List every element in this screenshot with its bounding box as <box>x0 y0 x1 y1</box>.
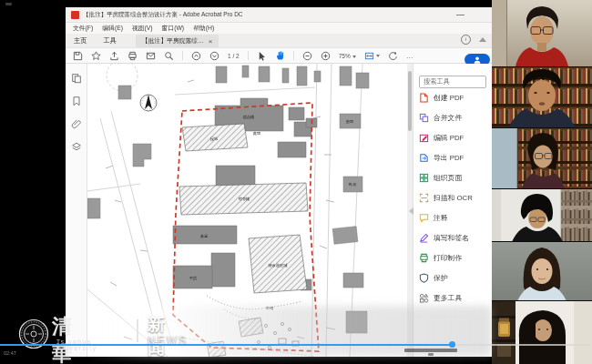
menu-edit[interactable]: 编辑(E) <box>102 24 123 33</box>
layers-icon[interactable] <box>71 141 82 152</box>
map-label: 庭院 <box>253 131 261 136</box>
player-progress-handle[interactable] <box>449 341 455 348</box>
more-tools-icon[interactable]: … <box>406 52 414 60</box>
collapse-up-icon[interactable] <box>479 37 486 42</box>
print-production-icon <box>419 253 429 263</box>
tab-close-icon[interactable]: × <box>209 37 213 46</box>
export-pdf-icon <box>419 153 429 163</box>
minimize-button[interactable]: — <box>456 11 464 19</box>
tool-export-pdf[interactable]: 导出 PDF <box>419 148 486 168</box>
menu-file[interactable]: 文件(F) <box>73 24 93 33</box>
edit-pdf-icon <box>419 133 429 143</box>
player-progress-remaining[interactable] <box>456 344 590 346</box>
menu-view[interactable]: 视图(V) <box>132 24 153 33</box>
tool-protect[interactable]: 保护 <box>419 268 486 288</box>
menu-bar: 文件(F) 编辑(E) 视图(V) 窗口(W) 帮助(H) <box>66 23 492 34</box>
share-icon[interactable] <box>109 51 119 61</box>
create-pdf-icon <box>419 93 429 103</box>
participant-video-5[interactable] <box>492 241 592 300</box>
rotate-icon[interactable] <box>388 51 398 61</box>
zoom-level-dropdown[interactable]: 75% <box>339 53 356 59</box>
search-tools-input[interactable] <box>419 76 486 88</box>
organize-pages-icon <box>419 173 429 183</box>
chevron-down-icon <box>352 56 356 58</box>
player-timestamp: 02:47 <box>4 350 16 356</box>
north-arrow <box>140 95 157 111</box>
tab-document-label: 【批注】平房院落综… <box>142 36 204 46</box>
tool-fill-sign[interactable]: 填写和签名 <box>419 228 486 248</box>
shield-icon <box>419 273 429 283</box>
video-frame: 【批注】平房院落综合整治设计方案 - Adobe Acrobat Pro DC … <box>0 0 592 364</box>
map-label: 杂院 <box>346 119 354 124</box>
participant-video-1[interactable] <box>492 0 592 66</box>
panel-collapse-icon[interactable] <box>409 207 413 215</box>
participant-video-2[interactable] <box>492 66 592 127</box>
chevron-down-icon <box>376 55 380 57</box>
player-top-mark <box>5 3 12 5</box>
watermark-divider <box>137 319 138 342</box>
map-label: 绿地 <box>210 136 219 141</box>
tool-edit-pdf[interactable]: 编辑 PDF <box>419 128 486 148</box>
star-icon[interactable] <box>91 51 101 61</box>
player-progress-played[interactable] <box>0 344 453 346</box>
zoom-out-icon[interactable] <box>302 51 312 61</box>
fill-sign-icon <box>419 233 429 243</box>
pdf-app-window: 【批注】平房院落综合整治设计方案 - Adobe Acrobat Pro DC … <box>66 7 492 357</box>
hand-tool-icon[interactable] <box>275 50 285 61</box>
map-label: 宿舍楼 <box>239 197 250 201</box>
comment-icon <box>419 213 429 223</box>
map-label: 综合楼 <box>243 115 255 119</box>
more-tools-icon <box>419 293 429 303</box>
scrollbar-thumb[interactable] <box>408 71 412 131</box>
combine-files-icon <box>419 113 429 123</box>
save-icon[interactable] <box>73 51 83 61</box>
menu-help[interactable]: 帮助(H) <box>193 24 214 33</box>
title-bar: 【批注】平房院落综合整治设计方案 - Adobe Acrobat Pro DC … <box>66 7 492 23</box>
tool-scan-ocr[interactable]: 扫描和 OCR <box>419 188 486 208</box>
tab-bar: 主页 工具 【批注】平房院落综… × i <box>66 34 492 47</box>
tool-organize-pages[interactable]: 组织页面 <box>419 168 486 188</box>
zoom-in-icon[interactable] <box>321 51 331 61</box>
scan-ocr-icon <box>419 193 429 203</box>
tab-home[interactable]: 主页 <box>66 35 95 47</box>
search-icon[interactable] <box>164 51 174 61</box>
participant-strip <box>492 0 592 364</box>
blurred-caption <box>404 349 457 356</box>
toolbar: 1 / 2 75% … <box>66 47 492 64</box>
print-icon[interactable] <box>128 51 138 61</box>
fit-width-dropdown[interactable] <box>364 51 380 61</box>
participant-video-4[interactable] <box>492 188 592 241</box>
menu-window[interactable]: 窗口(W) <box>162 24 185 33</box>
mail-icon[interactable] <box>146 51 156 61</box>
tool-comment[interactable]: 注释 <box>419 208 486 228</box>
participant-video-6[interactable] <box>492 300 592 364</box>
map-label: 民居 <box>349 182 357 187</box>
page-up-icon[interactable] <box>191 51 201 61</box>
tab-tools[interactable]: 工具 <box>95 35 124 47</box>
person-icon <box>473 56 482 65</box>
map-label: 平房 <box>189 276 197 280</box>
participant-video-3[interactable] <box>492 127 592 188</box>
tool-combine-files[interactable]: 合并文件 <box>419 108 486 128</box>
tool-print-production[interactable]: 打印制作 <box>419 248 486 268</box>
page-thumbnails-icon[interactable] <box>71 73 82 84</box>
pdf-app-icon <box>71 11 79 19</box>
page-indicator[interactable]: 1 / 2 <box>228 53 240 59</box>
attachments-icon[interactable] <box>71 118 82 129</box>
fit-width-icon <box>364 51 374 61</box>
map-label: 食堂 <box>200 234 209 238</box>
bookmarks-icon[interactable] <box>71 96 82 106</box>
window-title: 【批注】平房院落综合整治设计方案 - Adobe Acrobat Pro DC <box>83 11 456 19</box>
select-cursor-icon[interactable] <box>257 51 267 61</box>
page-down-icon[interactable] <box>209 51 219 61</box>
tab-document[interactable]: 【批注】平房院落综… × <box>136 35 219 47</box>
tool-create-pdf[interactable]: 创建 PDF <box>419 88 486 108</box>
info-icon[interactable]: i <box>461 35 471 45</box>
